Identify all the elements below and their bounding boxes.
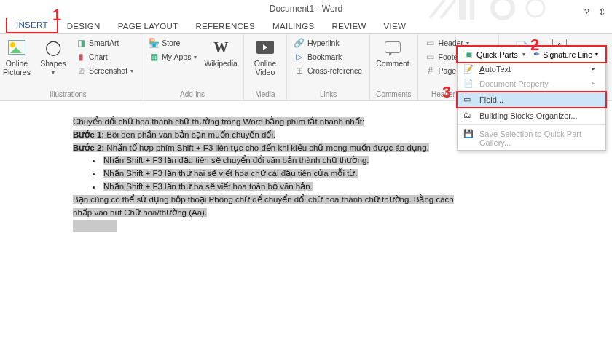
header-icon: ▭ (425, 38, 436, 48)
quick-parts-dropdown: ▣ Quick Parts▾ ✒ Signature Line▾ πEquati… (457, 46, 606, 151)
chart-button[interactable]: ▮Chart (74, 51, 135, 63)
tab-mailings[interactable]: MAILINGS (264, 20, 323, 33)
wikipedia-icon: W (211, 37, 231, 58)
svg-rect-0 (459, 0, 466, 20)
hyperlink-icon: 🔗 (294, 38, 305, 48)
selection-tail (73, 220, 117, 232)
crossref-icon: ⊞ (294, 66, 305, 76)
myapps-icon: ▦ (149, 52, 159, 62)
ribbon-collapse-icon[interactable]: ⇕ (598, 3, 606, 21)
bbo-icon: 🗂 (463, 111, 471, 119)
my-apps-button[interactable]: ▦My Apps (147, 51, 198, 63)
tab-design[interactable]: DESIGN (58, 20, 109, 33)
docprop-icon: 📄 (463, 79, 474, 88)
online-pictures-button[interactable]: Online Pictures (1, 37, 32, 76)
save-icon: 💾 (463, 129, 474, 138)
svg-point-2 (493, 0, 513, 18)
quick-parts-button[interactable]: ▣ Quick Parts▾ ✒ Signature Line▾ (456, 45, 607, 63)
menu-field[interactable]: ▭Field... (456, 91, 607, 108)
online-pictures-icon (7, 37, 27, 58)
menu-document-property[interactable]: 📄Document Property▸ (458, 76, 605, 91)
tab-review[interactable]: REVIEW (323, 20, 374, 33)
group-media: Online Video Media (244, 34, 287, 100)
tab-references[interactable]: REFERENCES (187, 20, 264, 33)
window-title: Document1 - Word (270, 4, 342, 14)
comment-button[interactable]: Comment (376, 37, 409, 68)
group-links: 🔗Hyperlink ▷Bookmark ⊞Cross-reference Li… (287, 34, 370, 100)
svg-point-3 (527, 0, 544, 17)
footer-icon: ▭ (425, 52, 436, 62)
autotext-icon: 📝 (463, 64, 474, 74)
screenshot-icon: ⎚ (76, 66, 86, 76)
tab-view[interactable]: VIEW (375, 20, 415, 33)
smartart-button[interactable]: ◨SmartArt (74, 37, 135, 49)
document-page: Chuyển đổi chữ hoa thành chữ thường tron… (73, 116, 539, 364)
tab-insert[interactable]: INSERT (6, 17, 58, 33)
store-button[interactable]: 🏪Store (147, 37, 198, 49)
bookmark-button[interactable]: ▷Bookmark (293, 51, 364, 63)
cross-reference-button[interactable]: ⊞Cross-reference (293, 65, 364, 76)
bookmark-icon: ▷ (294, 52, 305, 62)
online-video-button[interactable]: Online Video (250, 37, 280, 76)
field-icon: ▭ (463, 95, 471, 104)
tab-page-layout[interactable]: PAGE LAYOUT (109, 20, 187, 33)
menu-save-selection[interactable]: 💾Save Selection to Quick Part Gallery... (458, 127, 605, 150)
smartart-icon: ◨ (76, 38, 86, 48)
group-comments: Comment Comments (370, 34, 417, 100)
help-icon[interactable]: ? (584, 3, 589, 21)
title-bar: Document1 - Word ? ⇕ (0, 0, 612, 18)
store-icon: 🏪 (149, 38, 159, 48)
doc-line: Chuyển đổi chữ hoa thành chữ thường tron… (73, 117, 364, 126)
pagenum-icon: # (425, 66, 436, 76)
chart-icon: ▮ (76, 52, 86, 62)
quickparts-icon: ▣ (465, 50, 472, 59)
screenshot-button[interactable]: ⎚Screenshot (74, 65, 135, 76)
wikipedia-button[interactable]: W Wikipedia (204, 37, 238, 68)
signature-icon: ✒ (533, 50, 540, 59)
group-illustrations: Online Pictures ◯ Shapes ◨SmartArt ▮Char… (0, 34, 141, 100)
shapes-button[interactable]: ◯ Shapes (38, 37, 68, 76)
svg-rect-1 (470, 0, 474, 20)
shapes-icon: ◯ (43, 37, 63, 58)
comment-icon (382, 37, 403, 58)
menu-autotext[interactable]: 📝AAutoText▸ (458, 62, 605, 76)
group-addins: 🏪Store ▦My Apps W Wikipedia Add-ins (141, 34, 244, 100)
hyperlink-button[interactable]: 🔗Hyperlink (293, 37, 364, 49)
menu-building-blocks[interactable]: 🗂Building Blocks Organizer... (458, 108, 605, 123)
window-decoration (423, 0, 568, 22)
video-icon (255, 37, 275, 58)
